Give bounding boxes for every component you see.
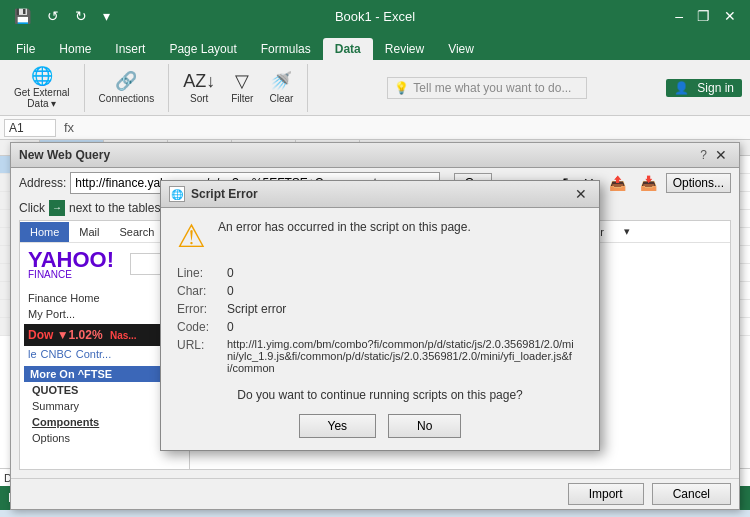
sort-az-btn[interactable]: AZ↓ Sort bbox=[177, 69, 221, 106]
person-icon: 👤 bbox=[674, 81, 689, 95]
tab-file[interactable]: File bbox=[4, 38, 47, 60]
line-value: 0 bbox=[227, 264, 583, 282]
formula-bar: fx bbox=[0, 116, 750, 140]
error-label: Error: bbox=[177, 300, 227, 318]
close-btn[interactable]: ✕ bbox=[718, 6, 742, 26]
char-value: 0 bbox=[227, 282, 583, 300]
script-error-overlay: 🌐 Script Error ✕ ⚠ An error has occurred… bbox=[0, 140, 750, 510]
table-row: Code: 0 bbox=[177, 318, 583, 336]
script-error-table: Line: 0 Char: 0 Error: Script error Code… bbox=[177, 264, 583, 376]
script-error-header: ⚠ An error has occurred in the script on… bbox=[177, 220, 583, 252]
filter-btn[interactable]: ▽ Filter bbox=[225, 69, 259, 106]
no-button[interactable]: No bbox=[388, 414, 461, 438]
script-error-title-bar: 🌐 Script Error ✕ bbox=[161, 181, 599, 208]
get-external-data-btn[interactable]: 🌐 Get ExternalData ▾ bbox=[8, 64, 76, 112]
script-error-title: Script Error bbox=[191, 187, 258, 201]
script-error-dialog: 🌐 Script Error ✕ ⚠ An error has occurred… bbox=[160, 180, 600, 451]
script-error-buttons: Yes No bbox=[177, 414, 583, 438]
script-error-title-left: 🌐 Script Error bbox=[169, 186, 258, 202]
sort-az-icon: AZ↓ bbox=[183, 71, 215, 93]
lightbulb-icon: 💡 bbox=[394, 81, 409, 95]
code-value: 0 bbox=[227, 318, 583, 336]
connections-icon: 🔗 bbox=[115, 71, 137, 93]
get-external-label: Get ExternalData ▾ bbox=[14, 87, 70, 109]
warning-icon: ⚠ bbox=[177, 220, 206, 252]
sign-in-label: Sign in bbox=[697, 81, 734, 95]
undo-btn[interactable]: ↺ bbox=[41, 6, 65, 26]
url-value: http://l1.yimg.com/bm/combo?fi/common/p/… bbox=[227, 336, 583, 376]
ribbon-group-external: 🌐 Get ExternalData ▾ bbox=[8, 64, 85, 112]
line-label: Line: bbox=[177, 264, 227, 282]
error-value: Script error bbox=[227, 300, 583, 318]
filter-label: Filter bbox=[231, 93, 253, 104]
tab-view[interactable]: View bbox=[436, 38, 486, 60]
title-bar-left: 💾 ↺ ↻ ▾ bbox=[8, 6, 116, 26]
script-error-content: ⚠ An error has occurred in the script on… bbox=[161, 208, 599, 450]
sign-in-area[interactable]: 👤 Sign in bbox=[666, 79, 742, 97]
filter-icon: ▽ bbox=[235, 71, 249, 93]
cell-ref-input[interactable] bbox=[4, 119, 56, 137]
tab-formulas[interactable]: Formulas bbox=[249, 38, 323, 60]
ribbon-group-sort: AZ↓ Sort ▽ Filter 🚿 Clear bbox=[177, 64, 308, 112]
ribbon-content: 🌐 Get ExternalData ▾ 🔗 Connections AZ↓ S… bbox=[0, 60, 750, 116]
redo-btn[interactable]: ↻ bbox=[69, 6, 93, 26]
url-label: URL: bbox=[177, 336, 227, 376]
restore-btn[interactable]: ❐ bbox=[691, 6, 716, 26]
ribbon-tabs: File Home Insert Page Layout Formulas Da… bbox=[0, 32, 750, 60]
clear-label: Clear bbox=[269, 93, 293, 104]
tell-me-bar[interactable]: 💡 Tell me what you want to do... bbox=[387, 77, 587, 99]
clear-icon: 🚿 bbox=[270, 71, 292, 93]
title-bar: 💾 ↺ ↻ ▾ Book1 - Excel – ❐ ✕ bbox=[0, 0, 750, 32]
external-data-icon: 🌐 bbox=[31, 66, 53, 88]
script-error-close-btn[interactable]: ✕ bbox=[571, 186, 591, 202]
fx-label: fx bbox=[64, 120, 74, 135]
code-label: Code: bbox=[177, 318, 227, 336]
connections-label: Connections bbox=[99, 93, 155, 104]
script-error-icon: 🌐 bbox=[169, 186, 185, 202]
script-error-question: Do you want to continue running scripts … bbox=[177, 388, 583, 402]
script-error-message: An error has occurred in the script on t… bbox=[218, 220, 471, 234]
tab-home[interactable]: Home bbox=[47, 38, 103, 60]
table-row: URL: http://l1.yimg.com/bm/combo?fi/comm… bbox=[177, 336, 583, 376]
table-row: Char: 0 bbox=[177, 282, 583, 300]
minimize-btn[interactable]: – bbox=[669, 6, 689, 26]
tab-data[interactable]: Data bbox=[323, 38, 373, 60]
clear-btn[interactable]: 🚿 Clear bbox=[263, 69, 299, 106]
table-row: Error: Script error bbox=[177, 300, 583, 318]
save-icon[interactable]: 💾 bbox=[8, 6, 37, 26]
tell-me-text: Tell me what you want to do... bbox=[413, 81, 571, 95]
table-row: Line: 0 bbox=[177, 264, 583, 282]
customize-btn[interactable]: ▾ bbox=[97, 6, 116, 26]
excel-title: Book1 - Excel bbox=[335, 9, 415, 24]
main-area: A B C D E 1 2 3 4 5 bbox=[0, 140, 750, 510]
title-bar-right: – ❐ ✕ bbox=[669, 6, 742, 26]
ribbon-group-connections: 🔗 Connections bbox=[93, 64, 170, 112]
sort-az-label: Sort bbox=[190, 93, 208, 104]
tab-page-layout[interactable]: Page Layout bbox=[157, 38, 248, 60]
char-label: Char: bbox=[177, 282, 227, 300]
tab-review[interactable]: Review bbox=[373, 38, 436, 60]
connections-btn[interactable]: 🔗 Connections bbox=[93, 69, 161, 106]
tab-insert[interactable]: Insert bbox=[103, 38, 157, 60]
yes-button[interactable]: Yes bbox=[299, 414, 377, 438]
